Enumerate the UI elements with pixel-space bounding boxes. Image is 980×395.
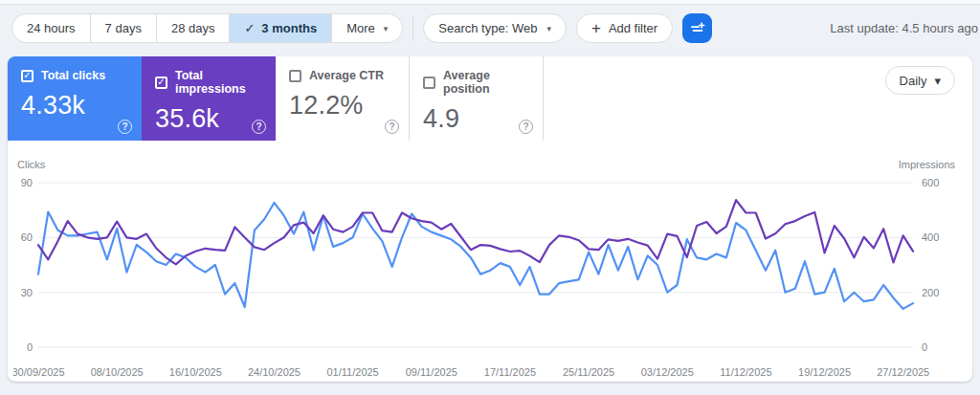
- range-chip-28-days[interactable]: 28 days: [156, 14, 230, 42]
- checkbox-checked-icon[interactable]: ✓: [21, 70, 33, 82]
- metric-tile-average-position[interactable]: Average position 4.9 ?: [410, 56, 544, 141]
- metric-value: 35.6k: [155, 104, 264, 134]
- svg-text:200: 200: [922, 287, 939, 298]
- svg-text:09/11/2025: 09/11/2025: [406, 366, 457, 378]
- svg-text:27/12/2025: 27/12/2025: [877, 366, 929, 378]
- range-chip-24-hours[interactable]: 24 hours: [12, 14, 90, 42]
- date-range-chip-group: 24 hours 7 days 28 days ✓ 3 months More …: [11, 13, 403, 43]
- range-chip-3-months[interactable]: ✓ 3 months: [229, 14, 331, 42]
- svg-text:24/10/2025: 24/10/2025: [248, 366, 301, 378]
- range-chip-label: 24 hours: [27, 21, 76, 35]
- svg-text:16/10/2025: 16/10/2025: [169, 366, 222, 378]
- granularity-dropdown[interactable]: Daily ▾: [885, 66, 955, 95]
- svg-text:30/09/2025: 30/09/2025: [13, 366, 65, 378]
- filter-list-icon: [689, 20, 706, 37]
- metric-value: 4.9: [423, 104, 531, 134]
- help-icon[interactable]: ?: [252, 120, 266, 134]
- toolbar-divider: [412, 16, 413, 41]
- range-chip-more[interactable]: More ▾: [331, 14, 402, 42]
- svg-text:Clicks: Clicks: [17, 159, 46, 170]
- help-icon[interactable]: ?: [385, 120, 399, 134]
- svg-text:60: 60: [21, 231, 33, 243]
- metric-label: Total clicks: [41, 69, 105, 82]
- svg-text:600: 600: [922, 177, 939, 188]
- metric-tiles: ✓ Total clicks 4.33k ? ✓ Total impressio…: [8, 56, 972, 141]
- chart-area: 90600604003020000ClicksImpressions30/09/…: [8, 141, 972, 386]
- granularity-label: Daily: [900, 74, 927, 88]
- metric-label: Average CTR: [309, 69, 384, 82]
- metric-label: Average position: [443, 69, 531, 96]
- range-chip-label: 7 days: [105, 21, 142, 35]
- svg-text:30: 30: [21, 287, 33, 298]
- search-type-dropdown[interactable]: Search type: Web ▾: [423, 13, 567, 43]
- filter-settings-button[interactable]: [682, 13, 712, 43]
- add-filter-label: Add filter: [609, 21, 657, 35]
- checkbox-unchecked-icon[interactable]: [289, 70, 301, 82]
- svg-text:19/12/2025: 19/12/2025: [798, 366, 851, 378]
- help-icon[interactable]: ?: [519, 120, 533, 134]
- chevron-down-icon: ▾: [934, 74, 941, 88]
- chevron-down-icon: ▾: [384, 24, 389, 33]
- svg-text:0: 0: [27, 341, 33, 353]
- metric-tile-average-ctr[interactable]: Average CTR 12.2% ?: [276, 56, 410, 141]
- svg-text:11/12/2025: 11/12/2025: [720, 366, 771, 378]
- svg-text:08/10/2025: 08/10/2025: [91, 366, 144, 378]
- svg-text:03/12/2025: 03/12/2025: [641, 366, 694, 378]
- svg-text:01/11/2025: 01/11/2025: [327, 366, 379, 378]
- performance-card: ✓ Total clicks 4.33k ? ✓ Total impressio…: [8, 56, 972, 382]
- svg-text:Impressions: Impressions: [899, 159, 956, 170]
- range-chip-7-days[interactable]: 7 days: [90, 14, 156, 42]
- svg-text:0: 0: [922, 341, 927, 353]
- svg-text:90: 90: [21, 177, 33, 188]
- metric-value: 4.33k: [21, 91, 130, 121]
- filter-toolbar: 24 hours 7 days 28 days ✓ 3 months More …: [0, 5, 980, 51]
- search-type-label: Search type: Web: [438, 21, 537, 35]
- checkbox-unchecked-icon[interactable]: [423, 77, 435, 89]
- range-chip-label: 28 days: [171, 21, 215, 35]
- chevron-down-icon: ▾: [546, 24, 551, 33]
- metric-label: Total impressions: [175, 69, 264, 96]
- checkbox-checked-icon[interactable]: ✓: [155, 77, 167, 89]
- last-update-status: Last update: 4.5 hours ago: [830, 21, 978, 35]
- check-icon: ✓: [244, 21, 255, 35]
- svg-text:25/11/2025: 25/11/2025: [563, 366, 614, 378]
- svg-text:17/11/2025: 17/11/2025: [484, 366, 536, 378]
- performance-chart[interactable]: 90600604003020000ClicksImpressions30/09/…: [13, 158, 970, 383]
- help-icon[interactable]: ?: [118, 120, 132, 134]
- plus-icon: +: [591, 20, 601, 36]
- range-chip-label: 3 months: [261, 21, 317, 35]
- metric-tile-total-clicks[interactable]: ✓ Total clicks 4.33k ?: [8, 56, 142, 141]
- range-chip-label: More: [346, 21, 375, 35]
- metric-tile-total-impressions[interactable]: ✓ Total impressions 35.6k ?: [142, 56, 276, 141]
- metric-value: 12.2%: [289, 91, 397, 121]
- svg-text:400: 400: [922, 231, 939, 243]
- add-filter-button[interactable]: + Add filter: [576, 13, 673, 43]
